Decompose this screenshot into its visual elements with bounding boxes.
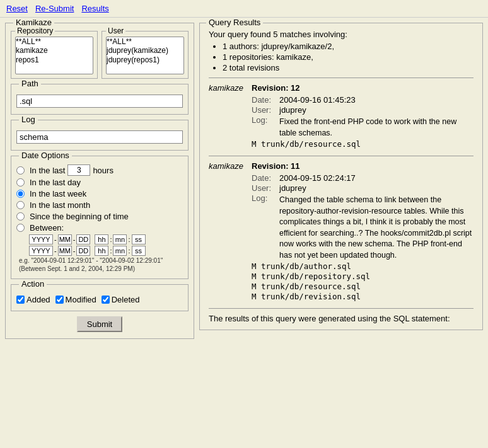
label-in-the-last: In the last bbox=[30, 166, 65, 175]
sep-colon-1: : bbox=[110, 236, 112, 243]
top-bar: Reset Re-Submit Results bbox=[0, 0, 488, 18]
radio-row-last-day: In the last day bbox=[16, 178, 183, 187]
summary-item-authors: 1 authors: jduprey/kamikaze/2, bbox=[223, 42, 473, 51]
radio-between[interactable] bbox=[16, 224, 25, 232]
detail-date-12: Date: 2004-09-16 01:45:23 bbox=[252, 95, 473, 105]
sep-colon-4: : bbox=[128, 247, 130, 255]
between-mn-2[interactable] bbox=[113, 246, 127, 256]
modified-checkbox[interactable] bbox=[55, 296, 64, 304]
log-label-11: Log: bbox=[252, 193, 279, 261]
user-option-all[interactable]: **ALL** bbox=[107, 37, 183, 46]
revision-block-11: kamikaze Revision: 11 Date: 2004-09-15 0… bbox=[209, 161, 473, 302]
repository-box: Repository **ALL** kamikaze repos1 bbox=[11, 31, 98, 79]
date-label-11: Date: bbox=[252, 173, 279, 183]
path-legend: Path bbox=[19, 79, 41, 88]
added-checkbox[interactable] bbox=[16, 296, 25, 304]
radio-last-week[interactable] bbox=[16, 190, 25, 198]
footer-note: The results of this query were generated… bbox=[209, 314, 473, 323]
between-note: (Between Sept. 1 and 2, 2004, 12:29 PM) bbox=[19, 265, 183, 272]
sep-colon-3: : bbox=[110, 247, 112, 255]
path-input[interactable] bbox=[16, 95, 183, 108]
resubmit-link[interactable]: Re-Submit bbox=[35, 4, 74, 13]
revision-title-12: Revision: 12 bbox=[252, 83, 473, 93]
repository-legend: Repository bbox=[15, 26, 55, 35]
between-ss-1[interactable] bbox=[132, 234, 146, 244]
between-example: e.g. "2004-09-01 12:29:01" - "2004-09-02… bbox=[19, 257, 183, 264]
kamikaze-fieldset: Kamikaze Repository **ALL** kamikaze rep… bbox=[5, 23, 194, 339]
repo-user-row: Repository **ALL** kamikaze repos1 User … bbox=[11, 31, 189, 79]
added-label: Added bbox=[16, 295, 50, 304]
divider-1 bbox=[209, 78, 473, 78]
sep-dash-1: - bbox=[54, 236, 57, 243]
repository-select[interactable]: **ALL** kamikaze repos1 bbox=[15, 37, 93, 74]
between-yyyy-2[interactable] bbox=[29, 246, 53, 256]
reset-link[interactable]: Reset bbox=[6, 4, 28, 13]
deleted-checkbox[interactable] bbox=[102, 296, 110, 304]
log-value-12: Fixed the front-end PHP code to work wit… bbox=[279, 117, 473, 139]
radio-last-day[interactable] bbox=[16, 178, 25, 187]
modified-text: Modified bbox=[66, 295, 96, 304]
revision-details-11: Revision: 11 Date: 2004-09-15 02:24:17 U… bbox=[252, 161, 473, 302]
left-panel: Kamikaze Repository **ALL** kamikaze rep… bbox=[5, 23, 194, 344]
file-entry-11-1: M trunk/db/repository.sql bbox=[252, 272, 473, 281]
checkbox-row: Added Modified Deleted bbox=[16, 295, 183, 304]
hours-input[interactable] bbox=[67, 164, 90, 176]
user-select[interactable]: **ALL** jduprey(kamikaze) jduprey(repos1… bbox=[106, 37, 184, 74]
file-entry-12-0: M trunk/db/resource.sql bbox=[252, 139, 473, 149]
between-mn-1[interactable] bbox=[113, 234, 127, 244]
radio-beginning[interactable] bbox=[16, 212, 25, 221]
between-dd-2[interactable] bbox=[76, 246, 90, 256]
date-label-12: Date: bbox=[252, 95, 279, 105]
results-link[interactable]: Results bbox=[81, 4, 108, 13]
right-panel: Query Results Your query found 5 matches… bbox=[199, 23, 483, 330]
label-beginning: Since the beginning of time bbox=[30, 212, 129, 221]
label-last-day: In the last day bbox=[30, 178, 81, 187]
radio-row-between: Between: bbox=[16, 223, 183, 233]
added-text: Added bbox=[26, 295, 50, 304]
radio-row-hours: In the last hours bbox=[16, 164, 183, 176]
radio-last-hours[interactable] bbox=[16, 166, 25, 175]
detail-log-12: Log: Fixed the front-end PHP code to wor… bbox=[252, 115, 473, 139]
between-mm-2[interactable] bbox=[58, 246, 72, 256]
sep-colon-2: : bbox=[128, 236, 130, 243]
repo-label-12: kamikaze bbox=[209, 83, 252, 149]
sep-dash-2: - bbox=[73, 236, 76, 243]
divider-3 bbox=[209, 308, 473, 309]
main-layout: Kamikaze Repository **ALL** kamikaze rep… bbox=[0, 18, 488, 349]
user-box: User **ALL** jduprey(kamikaze) jduprey(r… bbox=[102, 31, 189, 79]
repo-option-kamikaze[interactable]: kamikaze bbox=[16, 46, 93, 55]
between-row-2: - - : : bbox=[29, 246, 183, 256]
revision-details-12: Revision: 12 Date: 2004-09-16 01:45:23 U… bbox=[252, 83, 473, 149]
sep-space-1 bbox=[91, 236, 93, 243]
user-option-jduprey-kamikaze[interactable]: jduprey(kamikaze) bbox=[107, 46, 183, 55]
summary-item-revisions: 2 total revisions bbox=[223, 63, 473, 72]
between-hh-1[interactable] bbox=[95, 234, 108, 244]
label-hours: hours bbox=[93, 166, 113, 175]
summary-item-repos: 1 repositories: kamikaze, bbox=[223, 52, 473, 62]
submit-button[interactable]: Submit bbox=[77, 316, 122, 332]
between-dd-1[interactable] bbox=[76, 234, 90, 244]
user-legend: User bbox=[106, 26, 125, 35]
user-label-12: User: bbox=[252, 105, 279, 115]
query-results-legend: Query Results bbox=[206, 18, 263, 27]
user-value-11: jduprey bbox=[279, 183, 473, 193]
deleted-text: Deleted bbox=[112, 295, 140, 304]
radio-row-last-week: In the last week bbox=[16, 189, 183, 198]
radio-last-month[interactable] bbox=[16, 201, 25, 209]
detail-log-11: Log: Changed the table schema to link be… bbox=[252, 193, 473, 261]
repo-option-all[interactable]: **ALL** bbox=[16, 37, 93, 46]
between-ss-2[interactable] bbox=[132, 246, 146, 256]
user-option-jduprey-repos1[interactable]: jduprey(repos1) bbox=[107, 55, 183, 64]
between-hh-2[interactable] bbox=[95, 246, 108, 256]
between-mm-1[interactable] bbox=[58, 234, 72, 244]
submit-row: Submit bbox=[11, 316, 189, 332]
repo-option-repos1[interactable]: repos1 bbox=[16, 55, 93, 64]
between-row-1: - - : : bbox=[29, 234, 183, 244]
date-value-11: 2004-09-15 02:24:17 bbox=[279, 173, 473, 183]
label-between: Between: bbox=[30, 223, 64, 233]
log-fieldset: Log bbox=[11, 120, 189, 151]
action-fieldset: Action Added Modified Deleted bbox=[11, 284, 189, 311]
revision-title-11: Revision: 11 bbox=[252, 161, 473, 171]
between-yyyy-1[interactable] bbox=[29, 234, 53, 244]
log-input[interactable] bbox=[16, 130, 183, 144]
